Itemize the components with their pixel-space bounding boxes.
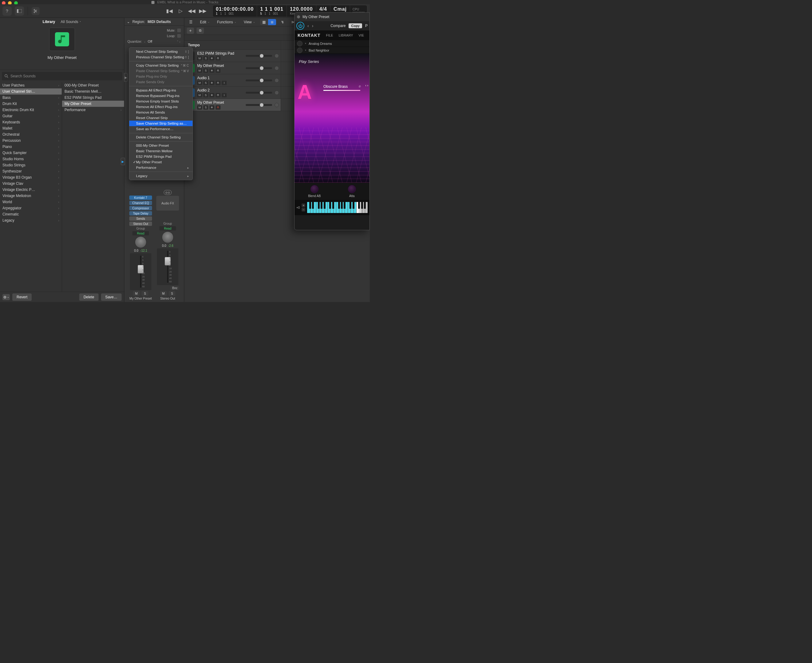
menu-item[interactable]: Basic Theremin Mellow (129, 148, 193, 154)
plugin-next-button[interactable]: › (312, 23, 314, 28)
grid-view-icon[interactable]: ▦ (260, 19, 268, 25)
menu-item[interactable]: Next Channel Strip Setting⇧ ] (129, 49, 193, 54)
category-row[interactable]: Arpeggiator› (0, 205, 62, 211)
menu-item[interactable]: ✓My Other Preset (129, 159, 193, 165)
plugin-prev-button[interactable]: ‹ (308, 23, 309, 28)
channel-strip-track[interactable]: Kontakt 7 Channel EQ Compressor Tape Del… (128, 196, 153, 300)
pan-knob[interactable] (162, 231, 173, 243)
track-header[interactable]: ♫My Other PresetMS❄R (184, 62, 281, 74)
track-m-button[interactable]: M (197, 93, 202, 97)
track-header[interactable]: ∿Audio 1MS❄RI (184, 74, 281, 86)
functions-menu[interactable]: Functions⌄ (215, 19, 239, 25)
patch-prev-next-buttons[interactable]: ‹ › (365, 84, 368, 87)
add-track-button[interactable]: ＋ (187, 27, 194, 34)
fx-slot-tapedelay[interactable]: Tape Delay (129, 211, 152, 215)
menu-item[interactable]: 000-My Other Preset (129, 143, 193, 148)
category-row[interactable]: Studio Strings› (0, 162, 62, 168)
audio-fx-area[interactable]: Audio FX (156, 196, 179, 210)
channel-strip-context-menu[interactable]: Next Channel Strip Setting⇧ ]Previous Ch… (129, 47, 193, 180)
category-column[interactable]: User Patches›User Channel Stri…›Bass›Dru… (0, 82, 62, 292)
library-tab[interactable]: Library (43, 19, 55, 24)
volume-fader[interactable]: 630351020304060 (130, 253, 151, 290)
category-row[interactable]: Vintage Mellotron› (0, 193, 62, 199)
patch-search-icon[interactable]: ⌕ (359, 84, 361, 88)
menu-item[interactable]: Copy Channel Strip Setting⌃⌘ C (129, 63, 193, 68)
list-view-icon[interactable]: ≣ (268, 19, 276, 25)
menu-item[interactable]: Save Channel Strip Setting as… (129, 121, 193, 126)
track-r-button[interactable]: R (216, 105, 220, 110)
track-volume-slider[interactable] (246, 92, 272, 94)
channel-strip-output[interactable]: ◎◎ Audio FX Group Read 0.0-2.6 630351020… (156, 190, 180, 300)
view-mode-toggle[interactable]: ▦ ≣ (260, 19, 276, 25)
menu-item[interactable]: Legacy▸ (129, 173, 193, 179)
plugin-paste-button[interactable]: P (365, 24, 368, 28)
automation-mode-button[interactable]: Read (132, 231, 149, 235)
category-row[interactable]: Vintage B3 Organ› (0, 175, 62, 181)
bounce-button[interactable]: Bnc (170, 286, 179, 290)
layer-a-icon[interactable]: A (298, 81, 312, 103)
kontakt-file-menu[interactable]: FILE (326, 34, 333, 37)
save-button[interactable]: Save… (101, 293, 122, 301)
fx-slot-compressor[interactable]: Compressor (129, 206, 152, 210)
delete-button[interactable]: Delete (79, 293, 99, 301)
kontakt-rack-item-1[interactable]: ▾ Analog Dreams (295, 40, 370, 47)
track-r-button[interactable]: R (216, 81, 220, 85)
track-❄-button[interactable]: ❄ (209, 81, 214, 85)
tracks-menu-button[interactable]: ☰ (187, 19, 195, 25)
track-s-button[interactable]: S (203, 81, 208, 85)
track-❄-button[interactable]: ❄ (209, 56, 214, 60)
stereo-mode-button[interactable]: ◎◎ (164, 190, 172, 195)
plugin-copy-button[interactable]: Copy (348, 23, 362, 28)
track-❄-button[interactable]: ❄ (209, 93, 214, 97)
all-sounds-dropdown[interactable]: All Sounds ⌃ (60, 19, 81, 24)
lcd-position[interactable]: 1 1 1 001 5 1 1 001 (257, 5, 287, 17)
plugin-titlebar[interactable]: My Other Preset (295, 13, 370, 21)
library-toggle-button[interactable] (15, 6, 24, 16)
menu-item[interactable]: Remove All Sends (129, 110, 193, 115)
menu-item[interactable]: Delete Channel Strip Setting (129, 134, 193, 140)
plugin-compare-button[interactable]: Compare (331, 24, 345, 28)
preset-row[interactable]: Performance› (62, 107, 124, 113)
track-r-button[interactable]: R (216, 56, 220, 60)
solo-button[interactable]: S (142, 291, 148, 296)
track-m-button[interactable]: M (197, 56, 202, 60)
mute-button[interactable]: M (133, 291, 140, 296)
mute-button[interactable]: M (160, 291, 167, 296)
category-row[interactable]: Vintage Electric P…› (0, 187, 62, 193)
category-row[interactable]: Percussion› (0, 137, 62, 144)
menu-item[interactable]: Bypass All Effect Plug-ins (129, 87, 193, 93)
edit-menu[interactable]: Edit⌄ (198, 19, 212, 25)
track-❄-button[interactable]: ❄ (209, 105, 214, 110)
category-row[interactable]: Legacy› (0, 217, 62, 223)
track-header[interactable]: ♫My Other PresetMS❄R (184, 99, 281, 111)
category-row[interactable]: Keyboards› (0, 119, 62, 125)
preset-row[interactable]: Basic Theremin Mell… (62, 88, 124, 95)
inspector-expand-button[interactable]: ▶ (121, 158, 125, 165)
play-button[interactable]: ▷ (176, 7, 185, 15)
track-s-button[interactable]: S (203, 56, 208, 60)
kontakt-view-menu[interactable]: VIE (359, 34, 364, 37)
preset-row[interactable]: 000-My Other Preset (62, 82, 124, 88)
menu-item[interactable]: Previous Channel Strip Setting⇧ [ (129, 54, 193, 60)
search-sounds-input[interactable]: Search Sounds (2, 72, 122, 81)
fx-slot-eq[interactable]: Channel EQ (129, 201, 152, 205)
plugin-window[interactable]: My Other Preset ⏻ ‹ › Compare Copy P KON… (294, 12, 370, 230)
duplicate-track-button[interactable]: ⧉ (196, 27, 204, 34)
category-row[interactable]: Piano› (0, 144, 62, 150)
track-volume-slider[interactable] (246, 79, 272, 81)
menu-item[interactable]: Reset Channel Strip (129, 115, 193, 121)
preset-row[interactable]: ES2 PWM Strings Pad (62, 95, 124, 101)
category-row[interactable]: Cinematic› (0, 211, 62, 217)
rewind-button[interactable]: ◀◀ (187, 7, 196, 15)
mute-row[interactable]: Mute: (125, 27, 184, 33)
kontakt-instrument-gui[interactable]: Play Series A Obscure Brass ⌕ ‹ › (295, 54, 370, 183)
menu-item[interactable]: Save as Performance… (129, 126, 193, 132)
pan-knob[interactable] (135, 236, 146, 248)
loop-row[interactable]: Loop: (125, 33, 184, 39)
revert-button[interactable]: Revert (12, 293, 32, 301)
track-volume-slider[interactable] (246, 104, 272, 106)
automation-mode-button[interactable]: Read (159, 226, 176, 231)
track-m-button[interactable]: M (197, 105, 202, 110)
solo-button[interactable]: S (169, 291, 175, 296)
view-menu[interactable]: View⌄ (241, 19, 258, 25)
